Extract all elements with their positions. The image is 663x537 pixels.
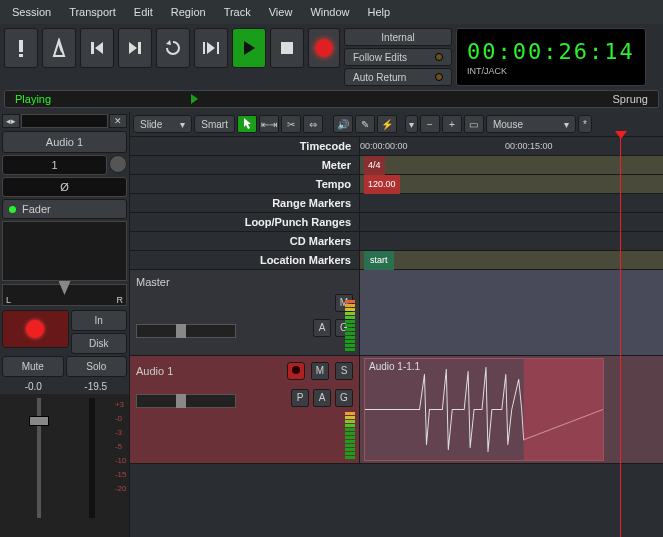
monitor-in-button[interactable]: In xyxy=(71,310,128,331)
menu-session[interactable]: Session xyxy=(4,2,59,22)
transport-status: Playing Sprung xyxy=(4,90,659,108)
meter-ruler[interactable]: 4/4 xyxy=(360,156,663,174)
audio-track-name[interactable]: Audio 1 xyxy=(136,365,281,377)
menu-help[interactable]: Help xyxy=(360,2,399,22)
clock-time: 00:00:26:14 xyxy=(467,39,635,64)
track-playlist-button[interactable]: P xyxy=(291,389,309,407)
sync-internal-button[interactable]: Internal xyxy=(344,28,452,46)
draw-tool[interactable]: ✎ xyxy=(355,115,375,133)
midi-panic-button[interactable] xyxy=(4,28,38,68)
range-markers-label: Range Markers xyxy=(130,194,360,212)
metronome-button[interactable] xyxy=(42,28,76,68)
strip-record-button[interactable] xyxy=(2,310,69,348)
master-automation-button[interactable]: A xyxy=(313,319,331,337)
menu-edit[interactable]: Edit xyxy=(126,2,161,22)
svg-rect-0 xyxy=(19,40,23,52)
zoom-fit-button[interactable]: ▭ xyxy=(464,115,484,133)
edit-point-select[interactable]: Mouse▾ xyxy=(486,115,576,133)
strip-trim-knob[interactable] xyxy=(109,155,127,173)
menu-transport[interactable]: Transport xyxy=(61,2,124,22)
menu-track[interactable]: Track xyxy=(216,2,259,22)
track-meter xyxy=(345,360,355,459)
menu-view[interactable]: View xyxy=(261,2,301,22)
follow-edits-toggle[interactable]: Follow Edits xyxy=(344,48,452,66)
audio-track: Audio 1 M S P A G xyxy=(130,356,663,464)
meter-ruler-label: Meter xyxy=(130,156,360,174)
solo-button[interactable]: Solo xyxy=(66,356,128,377)
stretch-tool[interactable]: ⇔ xyxy=(303,115,323,133)
svg-rect-6 xyxy=(217,42,219,54)
track-mute-button[interactable]: M xyxy=(311,362,329,380)
timecode-ruler-label: Timecode xyxy=(130,137,360,155)
strip-color[interactable] xyxy=(21,114,108,128)
master-track: Master M A G xyxy=(130,270,663,356)
track-record-button[interactable] xyxy=(287,362,305,380)
menu-window[interactable]: Window xyxy=(302,2,357,22)
svg-rect-7 xyxy=(281,42,293,54)
master-track-name[interactable]: Master xyxy=(136,276,353,288)
auto-return-toggle[interactable]: Auto Return xyxy=(344,68,452,86)
svg-rect-4 xyxy=(138,42,141,54)
master-lane[interactable] xyxy=(360,270,663,355)
primary-clock[interactable]: 00:00:26:14 INT/JACK xyxy=(456,28,646,86)
mute-button[interactable]: Mute xyxy=(2,356,64,377)
shuttle-state: Sprung xyxy=(613,93,648,105)
tempo-ruler[interactable]: 120.00 xyxy=(360,175,663,193)
zoom-focus[interactable]: ▾ xyxy=(405,115,418,133)
range-markers-ruler[interactable] xyxy=(360,194,663,212)
processor-fader[interactable]: Fader xyxy=(2,199,127,219)
track-fader[interactable] xyxy=(136,394,236,408)
cut-tool[interactable]: ✂ xyxy=(281,115,301,133)
record-button[interactable] xyxy=(308,28,340,68)
cd-markers-label: CD Markers xyxy=(130,232,360,250)
play-range-button[interactable] xyxy=(194,28,228,68)
strip-name[interactable]: Audio 1 xyxy=(2,131,127,153)
nudge-select[interactable]: * xyxy=(578,115,592,133)
smart-mode-button[interactable]: Smart xyxy=(194,115,235,133)
strip-input-num[interactable]: 1 xyxy=(2,155,107,175)
clock-mode: INT/JACK xyxy=(467,66,635,76)
master-fader[interactable] xyxy=(136,324,236,338)
panner[interactable]: LR xyxy=(2,284,127,306)
audio-region[interactable]: Audio 1-1.1 xyxy=(364,358,604,461)
audition-tool[interactable]: 🔊 xyxy=(333,115,353,133)
phase-invert-button[interactable]: Ø xyxy=(2,177,127,197)
stop-button[interactable] xyxy=(270,28,304,68)
content-tool[interactable]: ⚡ xyxy=(377,115,397,133)
gain-fader[interactable] xyxy=(23,398,55,537)
play-state: Playing xyxy=(15,93,51,105)
playhead[interactable] xyxy=(620,137,621,537)
monitor-disk-button[interactable]: Disk xyxy=(71,333,128,354)
svg-rect-1 xyxy=(19,54,23,57)
peak-value[interactable]: -19.5 xyxy=(65,381,128,392)
range-tool[interactable]: ⇤⇥ xyxy=(259,115,279,133)
play-button[interactable] xyxy=(232,28,266,68)
editor: Slide ▾ Smart ⇤⇥ ✂ ⇔ 🔊 ✎ ⚡ ▾ − + ▭ Mouse… xyxy=(130,112,663,537)
svg-rect-8 xyxy=(524,359,603,460)
loop-button[interactable] xyxy=(156,28,190,68)
gain-value[interactable]: -0.0 xyxy=(2,381,65,392)
zoom-in-button[interactable]: + xyxy=(442,115,462,133)
goto-end-button[interactable] xyxy=(118,28,152,68)
level-meter: +3-0-3-5-10-15-20 xyxy=(75,398,107,537)
strip-width-toggle[interactable]: ◂▸ xyxy=(2,114,20,128)
play-indicator-icon xyxy=(191,94,198,104)
strip-hide-button[interactable]: ✕ xyxy=(109,114,127,128)
master-meter xyxy=(345,274,355,351)
timecode-ruler[interactable]: 00:00:00:0000:00:15:00 xyxy=(360,137,663,155)
svg-rect-5 xyxy=(203,42,205,54)
location-markers-label: Location Markers xyxy=(130,251,360,269)
audio-lane[interactable]: Audio 1-1.1 xyxy=(360,356,663,463)
editor-toolbar: Slide ▾ Smart ⇤⇥ ✂ ⇔ 🔊 ✎ ⚡ ▾ − + ▭ Mouse… xyxy=(130,112,663,137)
tempo-ruler-label: Tempo xyxy=(130,175,360,193)
loop-punch-ruler[interactable] xyxy=(360,213,663,231)
track-automation-button[interactable]: A xyxy=(313,389,331,407)
cd-markers-ruler[interactable] xyxy=(360,232,663,250)
zoom-out-button[interactable]: − xyxy=(420,115,440,133)
goto-start-button[interactable] xyxy=(80,28,114,68)
edit-mode-select[interactable]: Slide ▾ xyxy=(133,115,192,133)
object-tool[interactable] xyxy=(237,115,257,133)
location-markers-ruler[interactable]: start xyxy=(360,251,663,269)
processor-box[interactable] xyxy=(2,221,127,281)
menu-region[interactable]: Region xyxy=(163,2,214,22)
